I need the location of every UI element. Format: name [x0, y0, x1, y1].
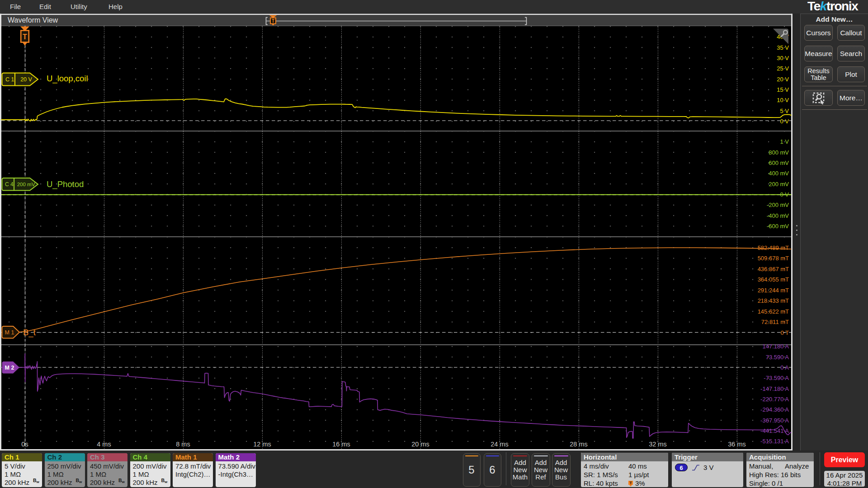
svg-text:-147.180 A: -147.180 A — [760, 385, 789, 392]
svg-text:15 V: 15 V — [777, 86, 789, 93]
svg-text:800 mV: 800 mV — [769, 149, 789, 156]
svg-text:20 V: 20 V — [20, 76, 32, 83]
svg-text:0s: 0s — [21, 441, 28, 448]
svg-text:36 ms: 36 ms — [728, 441, 746, 448]
svg-text:U_Photod: U_Photod — [47, 179, 84, 189]
svg-text:200 mV: 200 mV — [769, 181, 789, 188]
svg-text:U_loop,coil: U_loop,coil — [47, 74, 88, 84]
svg-text:509.678 mT: 509.678 mT — [758, 255, 789, 262]
svg-text:C 1: C 1 — [5, 76, 14, 83]
svg-text:-294.360 A: -294.360 A — [760, 406, 789, 413]
svg-text:28 ms: 28 ms — [570, 441, 588, 448]
svg-text:10 V: 10 V — [777, 97, 789, 103]
svg-text:582.489 mT: 582.489 mT — [758, 244, 789, 251]
svg-text:0 T: 0 T — [780, 329, 789, 336]
svg-text:20 ms: 20 ms — [411, 441, 429, 448]
svg-text:16 ms: 16 ms — [332, 441, 350, 448]
svg-text:T: T — [23, 33, 27, 41]
svg-text:218.433 mT: 218.433 mT — [758, 297, 789, 304]
svg-text:12 ms: 12 ms — [253, 441, 271, 448]
svg-text:145.622 mT: 145.622 mT — [758, 308, 789, 315]
svg-text:M 1: M 1 — [5, 329, 14, 336]
svg-text:20 V: 20 V — [777, 76, 789, 83]
svg-text:-600 mV: -600 mV — [767, 223, 789, 230]
svg-text:-515.131 A: -515.131 A — [760, 438, 789, 445]
svg-text:1 V: 1 V — [780, 138, 789, 145]
svg-text:600 mV: 600 mV — [769, 160, 789, 166]
svg-text:72.811 mT: 72.811 mT — [761, 319, 789, 325]
svg-text:25 V: 25 V — [777, 65, 789, 72]
svg-text:-220.770 A: -220.770 A — [760, 396, 789, 403]
svg-text:-367.950 A: -367.950 A — [760, 417, 789, 424]
svg-text:Waveform View: Waveform View — [8, 16, 58, 24]
svg-text:291.244 mT: 291.244 mT — [758, 287, 789, 294]
svg-text:364.055 mT: 364.055 mT — [758, 276, 789, 283]
svg-text:T: T — [272, 19, 274, 23]
svg-text:400 mV: 400 mV — [769, 170, 789, 177]
svg-text:M 2: M 2 — [5, 365, 14, 371]
svg-text:200 mV: 200 mV — [17, 182, 35, 187]
svg-text:35 V: 35 V — [777, 44, 789, 51]
svg-text:-200 mV: -200 mV — [767, 202, 789, 208]
svg-text:-73.590 A: -73.590 A — [764, 375, 789, 381]
svg-text:30 V: 30 V — [777, 55, 789, 61]
svg-text:5 V: 5 V — [780, 108, 789, 114]
svg-text:B_t: B_t — [23, 328, 36, 338]
svg-text:436.867 mT: 436.867 mT — [758, 266, 789, 272]
svg-text:8 ms: 8 ms — [176, 441, 190, 448]
svg-text:0 A: 0 A — [780, 364, 789, 371]
svg-text:73.590 A: 73.590 A — [766, 354, 789, 361]
svg-text:32 ms: 32 ms — [649, 441, 667, 448]
svg-text:-400 mV: -400 mV — [767, 212, 789, 219]
svg-text:0 V: 0 V — [780, 118, 789, 125]
svg-text:T: T — [629, 481, 632, 485]
svg-text:C 4: C 4 — [5, 181, 14, 188]
svg-text:147.180 A: 147.180 A — [762, 343, 789, 350]
svg-text:24 ms: 24 ms — [491, 441, 509, 448]
svg-text:4 ms: 4 ms — [97, 441, 111, 448]
